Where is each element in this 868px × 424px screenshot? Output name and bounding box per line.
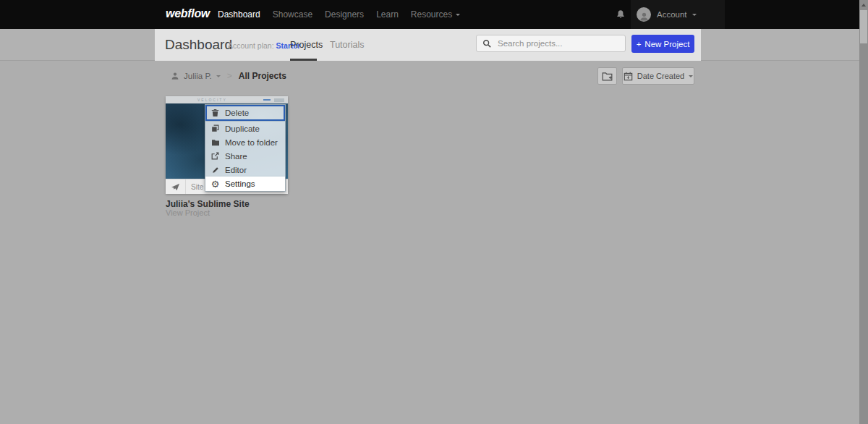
tab-projects[interactable]: Projects xyxy=(290,40,323,50)
nav-item-showcase[interactable]: Showcase xyxy=(273,9,312,20)
breadcrumb: Juliia P. > All Projects xyxy=(171,71,286,81)
menu-item-move-to-folder[interactable]: Move to folder xyxy=(205,135,285,149)
new-project-button[interactable]: + New Project xyxy=(631,35,694,53)
page-title: Dashboard xyxy=(165,37,232,53)
menu-item-label: Share xyxy=(225,152,247,161)
chevron-down-icon xyxy=(689,75,693,77)
gear-icon: ⚙ xyxy=(210,179,220,189)
menu-item-label: Editor xyxy=(225,166,247,174)
scrollbar-thumb[interactable] xyxy=(860,10,867,43)
breadcrumb-all-projects[interactable]: All Projects xyxy=(239,71,286,81)
menu-item-editor[interactable]: Editor xyxy=(205,163,285,177)
tab-tutorials[interactable]: Tutorials xyxy=(330,40,364,50)
account-label: Account xyxy=(657,10,687,19)
project-title: Juliia's Sublime Site xyxy=(166,199,250,209)
pencil-icon xyxy=(210,166,220,174)
active-tab-underline xyxy=(290,59,317,61)
top-nav-menu: Dashboard Showcase Designers Learn Resou… xyxy=(218,0,460,29)
breadcrumb-user-label: Juliia P. xyxy=(184,72,212,80)
new-folder-button[interactable] xyxy=(597,67,617,85)
search-icon xyxy=(482,39,491,48)
view-project-link[interactable]: View Project xyxy=(166,208,210,217)
person-icon xyxy=(171,72,179,80)
plus-icon: + xyxy=(637,40,642,48)
menu-item-label: Duplicate xyxy=(225,124,260,133)
avatar xyxy=(637,7,651,22)
site-preview-nav-link xyxy=(263,99,271,101)
chevron-down-icon xyxy=(216,75,221,77)
chevron-down-icon xyxy=(456,14,460,16)
webflow-dashboard-page: webflow Dashboard Showcase Designers Lea… xyxy=(0,0,868,424)
calendar-icon xyxy=(624,72,633,81)
site-preview-nav-button xyxy=(274,98,284,102)
share-icon xyxy=(210,152,220,160)
folder-icon xyxy=(210,139,220,146)
trash-icon xyxy=(210,109,220,117)
search-box xyxy=(476,35,626,52)
top-navbar: webflow Dashboard Showcase Designers Lea… xyxy=(0,0,859,29)
scrollbar-up-arrow-icon[interactable] xyxy=(861,4,866,7)
account-menu[interactable]: Account xyxy=(631,0,725,29)
account-plan-label: Account plan: xyxy=(228,41,274,50)
menu-item-duplicate[interactable]: Duplicate xyxy=(205,122,285,135)
publish-status-button[interactable] xyxy=(166,179,186,194)
breadcrumb-user-dropdown[interactable]: Juliia P. xyxy=(171,72,221,80)
menu-item-label: Move to folder xyxy=(225,138,278,147)
nav-item-resources-label: Resources xyxy=(411,9,452,20)
menu-item-share[interactable]: Share xyxy=(205,149,285,163)
nav-item-resources[interactable]: Resources xyxy=(411,9,460,20)
sort-date-created-dropdown[interactable]: Date Created xyxy=(622,67,694,85)
menu-item-label: Delete xyxy=(225,109,249,117)
paper-plane-icon xyxy=(171,183,180,191)
menu-item-label: Settings xyxy=(225,179,255,188)
webflow-logo[interactable]: webflow xyxy=(166,7,210,20)
site-preview-brand: VELOCITY xyxy=(197,98,227,102)
nav-item-designers[interactable]: Designers xyxy=(325,9,364,20)
new-project-label: New Project xyxy=(644,40,689,48)
breadcrumb-separator: > xyxy=(227,71,232,81)
folder-plus-icon xyxy=(602,72,613,81)
notifications-bell-icon[interactable] xyxy=(616,9,626,22)
vertical-scrollbar[interactable] xyxy=(859,0,868,424)
sort-label: Date Created xyxy=(637,72,684,80)
site-preview-header: VELOCITY xyxy=(166,96,288,103)
chevron-down-icon xyxy=(692,14,697,16)
search-input[interactable] xyxy=(496,38,615,48)
menu-item-settings[interactable]: ⚙ Settings xyxy=(205,177,285,191)
nav-item-dashboard[interactable]: Dashboard xyxy=(218,9,260,20)
project-context-menu: Delete Duplicate Move to folder xyxy=(205,104,286,192)
menu-item-delete[interactable]: Delete xyxy=(205,105,285,122)
nav-item-learn[interactable]: Learn xyxy=(376,9,399,20)
duplicate-icon xyxy=(210,124,220,132)
